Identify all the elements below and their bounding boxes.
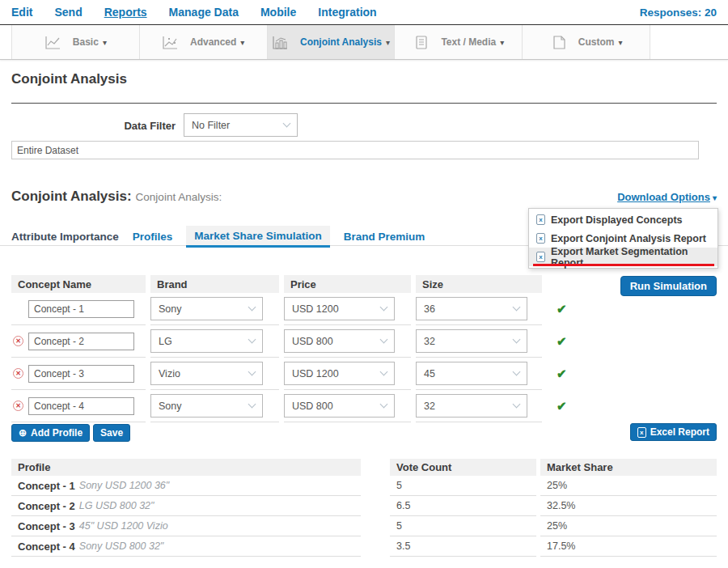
data-filter-select[interactable]: No Filter xyxy=(184,113,298,137)
concept-row-1: ✕ Sony USD 1200 36 ✔ xyxy=(11,293,567,325)
brand-select[interactable]: LG xyxy=(150,329,263,353)
check-icon: ✔ xyxy=(557,367,567,381)
concept-name-input[interactable] xyxy=(28,365,134,383)
concept-name-input[interactable] xyxy=(28,397,134,415)
check-icon: ✔ xyxy=(557,302,567,316)
dataset-field[interactable] xyxy=(11,141,699,159)
add-profile-button[interactable]: ⊕ Add Profile xyxy=(11,424,90,442)
conjoint-analysis-page: Edit Send Reports Manage Data Mobile Int… xyxy=(0,0,728,568)
download-options-menu: x Export Displayed Concepts x Export Con… xyxy=(528,208,718,269)
chevron-down-icon xyxy=(248,303,256,312)
chevron-down-icon xyxy=(283,120,291,128)
concept-row-4: ✕ Sony USD 800 32 ✔ xyxy=(11,390,567,422)
concept-row-2: ✕ LG USD 800 32 ✔ xyxy=(11,325,567,358)
chevron-down-icon xyxy=(513,336,521,344)
caret-down-icon: ▾ xyxy=(713,193,717,202)
custom-page-icon xyxy=(550,35,567,50)
section-heading: Conjoint Analysis:Conjoint Analysis: xyxy=(11,189,222,205)
excel-file-icon: x xyxy=(536,233,545,244)
caret-down-icon: ▾ xyxy=(386,38,390,47)
column-header-brand: Brand xyxy=(150,275,279,293)
data-filter-value: No Filter xyxy=(192,120,230,131)
check-icon: ✔ xyxy=(557,399,567,413)
menu-item-export-displayed-concepts[interactable]: x Export Displayed Concepts xyxy=(529,210,717,229)
toolbar-item-text-media[interactable]: Text / Media ▾ xyxy=(394,25,522,59)
excel-file-icon: x xyxy=(637,427,646,438)
delete-concept-icon[interactable]: ✕ xyxy=(13,336,23,346)
price-select[interactable]: USD 1200 xyxy=(284,362,395,385)
excel-file-icon: x xyxy=(536,214,545,225)
caret-down-icon: ▾ xyxy=(103,38,107,47)
menu-item-export-market-segmentation-report[interactable]: x Export Market Segmentation Report xyxy=(529,248,717,266)
excel-report-button[interactable]: x Excel Report xyxy=(630,423,717,441)
chevron-down-icon xyxy=(248,336,256,344)
run-simulation-button[interactable]: Run Simulation xyxy=(620,276,717,296)
nav-reports[interactable]: Reports xyxy=(104,6,147,19)
section-title: Conjoint Analysis: xyxy=(11,189,132,204)
download-options-link[interactable]: Download Options▾ xyxy=(617,191,717,203)
size-select[interactable]: 45 xyxy=(416,362,527,385)
tab-attribute-importance[interactable]: Attribute Importance xyxy=(11,227,119,248)
simulation-table-header: Concept Name Brand Price Size xyxy=(11,275,542,293)
tab-market-share-simulation[interactable]: Market Share Simulation xyxy=(186,226,330,248)
excel-file-icon: x xyxy=(536,252,545,262)
data-filter-label: Data Filter xyxy=(0,120,176,132)
toolbar-item-label: Custom xyxy=(578,36,615,48)
delete-concept-icon[interactable]: ✕ xyxy=(13,368,23,379)
caret-down-icon: ▾ xyxy=(240,38,244,47)
toolbar-item-label: Conjoint Analysis xyxy=(300,36,382,48)
toolbar-item-label: Text / Media xyxy=(441,36,496,48)
profile-name: Concept - 2 xyxy=(18,500,75,512)
brand-select[interactable]: Sony xyxy=(150,394,263,418)
chevron-down-icon xyxy=(513,368,521,376)
save-button[interactable]: Save xyxy=(93,424,130,442)
concept-name-input[interactable] xyxy=(28,300,134,318)
price-select[interactable]: USD 800 xyxy=(284,394,395,418)
size-select[interactable]: 36 xyxy=(416,297,527,320)
size-select[interactable]: 32 xyxy=(416,394,527,418)
toolbar-divider xyxy=(0,59,728,60)
brand-select[interactable]: Sony xyxy=(150,297,263,320)
responses-count: Responses: 20 xyxy=(640,6,717,19)
caret-down-icon: ▾ xyxy=(500,38,504,47)
vote-count: 6.5 xyxy=(390,496,536,516)
price-select[interactable]: USD 800 xyxy=(284,329,395,353)
caret-down-icon: ▾ xyxy=(618,38,622,47)
result-row-3: Concept - 345" USD 1200 Vizio 5 25% xyxy=(11,516,717,536)
tab-brand-premium[interactable]: Brand Premium xyxy=(344,227,425,248)
results-table-header: Profile Vote Count Market Share xyxy=(11,459,717,476)
result-row-2: Concept - 2LG USD 800 32" 6.5 32.5% xyxy=(11,496,717,516)
top-nav: Edit Send Reports Manage Data Mobile Int… xyxy=(0,0,728,25)
brand-select[interactable]: Vizio xyxy=(150,362,263,385)
nav-edit[interactable]: Edit xyxy=(11,6,32,19)
size-select[interactable]: 32 xyxy=(416,329,527,353)
nav-integration[interactable]: Integration xyxy=(318,6,376,19)
toolbar-item-label: Advanced xyxy=(190,36,236,48)
market-share: 32.5% xyxy=(540,496,717,516)
profile-name: Concept - 3 xyxy=(18,520,75,532)
concept-row-3: ✕ Vizio USD 1200 45 ✔ xyxy=(11,358,567,390)
result-row-1: Concept - 1Sony USD 1200 36" 5 25% xyxy=(11,476,717,496)
toolbar-item-advanced[interactable]: Advanced ▾ xyxy=(139,25,267,59)
profile-description: Sony USD 800 32" xyxy=(79,540,164,552)
tab-bar: Attribute Importance Profiles Market Sha… xyxy=(11,226,425,248)
toolbar-item-label: Basic xyxy=(73,36,99,48)
nav-send[interactable]: Send xyxy=(54,6,82,19)
column-header-size: Size xyxy=(416,275,542,293)
tab-profiles[interactable]: Profiles xyxy=(133,227,173,248)
toolbar-item-custom[interactable]: Custom ▾ xyxy=(522,25,650,59)
delete-concept-icon[interactable]: ✕ xyxy=(13,401,23,411)
toolbar-item-conjoint-analysis[interactable]: Conjoint Analysis ▾ xyxy=(267,25,395,59)
column-header-vote-count: Vote Count xyxy=(390,459,536,476)
concept-name-input[interactable] xyxy=(28,333,134,350)
chevron-down-icon xyxy=(380,336,388,344)
vote-count: 5 xyxy=(390,476,536,496)
vote-count: 3.5 xyxy=(390,536,536,557)
nav-manage-data[interactable]: Manage Data xyxy=(169,6,239,19)
chevron-down-icon xyxy=(380,368,388,376)
toolbar-item-basic[interactable]: Basic ▾ xyxy=(11,25,139,59)
profile-description: Sony USD 1200 36" xyxy=(79,480,169,491)
price-select[interactable]: USD 1200 xyxy=(284,297,395,320)
nav-mobile[interactable]: Mobile xyxy=(260,6,296,19)
chevron-down-icon xyxy=(513,303,521,312)
